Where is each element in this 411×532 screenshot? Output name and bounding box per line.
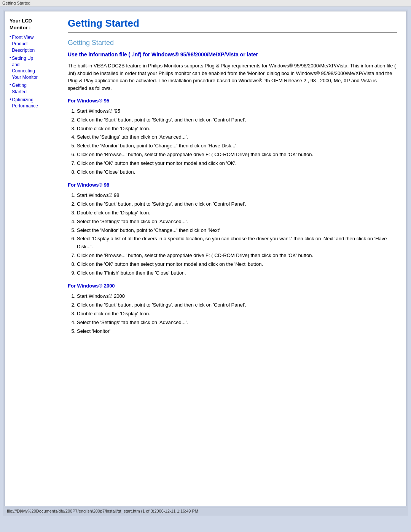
sidebar-item-getting-started[interactable]: GettingStarted (12, 82, 27, 95)
list-item: Select the 'Monitor' button, point to 'C… (77, 227, 397, 235)
bullet-icon: • (10, 34, 11, 40)
sidebar-heading: Your LCD Monitor : (10, 18, 57, 31)
list-item: Click on the 'Start' button, point to 'S… (77, 301, 397, 309)
sidebar-heading-line1: Your LCD (10, 18, 32, 24)
list-item: Click on the 'Start' button, point to 'S… (77, 200, 397, 208)
windows98-section: For Windows® 98 Start Windows® 98 Click … (68, 182, 397, 277)
sidebar-heading-colon: : (28, 25, 31, 30)
bullet-icon: • (10, 97, 11, 102)
nav-group-setting-up: • Setting UpandConnectingYour Monitor (10, 55, 57, 81)
list-item: Start Windows® '95 (77, 107, 397, 115)
list-item: Click on the 'Start' button, point to 'S… (77, 116, 397, 124)
list-item: Start Windows® 2000 (77, 292, 397, 300)
list-item: Double click on the 'Display' Icon. (77, 310, 397, 318)
nav-group-optimizing: • OptimizingPerformance (10, 97, 57, 110)
section-title: Getting Started (68, 39, 397, 47)
list-item: Click on the 'OK' button then select you… (77, 160, 397, 168)
bullet-icon: • (10, 55, 11, 61)
main-content: Getting Started Getting Started Use the … (60, 11, 406, 506)
title-bar: Getting Started (0, 0, 411, 6)
sidebar-heading-line2: Monitor (10, 25, 28, 30)
windows95-heading: For Windows® 95 (68, 98, 397, 104)
list-item: Double click on the 'Display' Icon. (77, 125, 397, 133)
windows2000-section: For Windows® 2000 Start Windows® 2000 Cl… (68, 283, 397, 335)
list-item: Double click on the 'Display' Icon. (77, 209, 397, 217)
info-heading: Use the information file ( .inf) for Win… (68, 51, 397, 58)
list-item: Click on the 'Browse...' button, select … (77, 252, 397, 260)
list-item: Click on the 'Close' button. (77, 168, 397, 176)
list-item: Click on the 'Finish' button then the 'C… (77, 269, 397, 277)
sidebar-item-optimizing[interactable]: OptimizingPerformance (12, 97, 38, 110)
list-item: Click on the 'OK' button then select you… (77, 260, 397, 268)
list-item: Select the 'Settings' tab then click on … (77, 133, 397, 141)
divider (68, 32, 397, 33)
sidebar-item-front-view[interactable]: Front ViewProductDescription (12, 34, 35, 53)
list-item: Click on the 'Browse...' button, select … (77, 151, 397, 159)
nav-group-front-view: • Front ViewProductDescription (10, 34, 57, 53)
list-item: Start Windows® 98 (77, 192, 397, 200)
windows2000-heading: For Windows® 2000 (68, 283, 397, 289)
windows95-section: For Windows® 95 Start Windows® '95 Click… (68, 98, 397, 176)
windows2000-steps: Start Windows® 2000 Click on the 'Start'… (77, 292, 397, 335)
list-item: Select 'Monitor' (77, 328, 397, 335)
list-item: Select 'Display a list of all the driver… (77, 235, 397, 251)
windows98-heading: For Windows® 98 (68, 182, 397, 188)
sidebar-item-setting-up[interactable]: Setting UpandConnectingYour Monitor (12, 55, 38, 81)
bullet-icon: • (10, 82, 11, 88)
status-bar-text: file:///D|/My%20Documents/dfu/200P7/engl… (7, 509, 198, 513)
sidebar: Your LCD Monitor : • Front ViewProductDe… (5, 11, 60, 506)
title-bar-text: Getting Started (2, 1, 30, 5)
page-title: Getting Started (68, 18, 397, 29)
status-bar: file:///D|/My%20Documents/dfu/200P7/engl… (5, 508, 406, 514)
list-item: Select the 'Monitor' button, point to 'C… (77, 142, 397, 150)
intro-text: The built-in VESA DDC2B feature in Phili… (68, 62, 397, 92)
windows95-steps: Start Windows® '95 Click on the 'Start' … (77, 107, 397, 176)
list-item: Select the 'Settings' tab then click on … (77, 218, 397, 226)
sidebar-navigation: • Front ViewProductDescription • Setting… (10, 34, 57, 109)
nav-group-getting-started: • GettingStarted (10, 82, 57, 95)
windows98-steps: Start Windows® 98 Click on the 'Start' b… (77, 192, 397, 277)
list-item: Select the 'Settings' tab then click on … (77, 319, 397, 327)
